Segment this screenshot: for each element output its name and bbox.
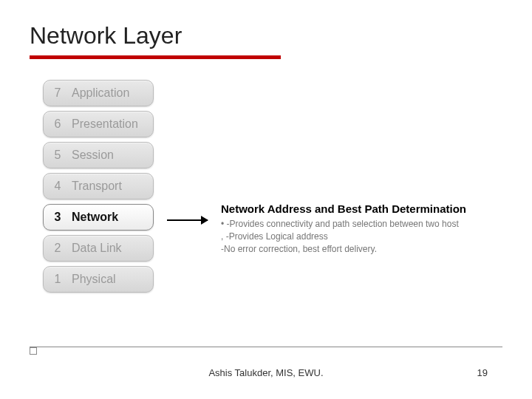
layer-number: 6 [51,117,64,131]
layer-label: Presentation [72,117,138,131]
title-underline [30,55,281,59]
layer-6-presentation: 6 Presentation [43,111,154,137]
layer-7-application: 7 Application [43,80,154,106]
layer-4-transport: 4 Transport [43,173,154,200]
layer-number: 3 [51,211,64,224]
osi-layers-stack: 7 Application 6 Presentation 5 Session 4… [43,80,154,293]
layer-label: Physical [72,273,116,286]
layer-label: Application [72,86,129,100]
layer-number: 7 [51,86,64,100]
layer-label: Network [72,211,118,224]
layer-label: Session [72,149,114,162]
arrow-right-icon [167,219,208,221]
footer-square-icon [30,347,37,355]
layer-5-session: 5 Session [43,142,154,168]
detail-line-1: • -Provides connectivity and path select… [221,218,466,231]
layer-label: Data Link [72,242,122,255]
detail-line-2: , -Provides Logical address [221,231,466,243]
layer-label: Transport [72,180,122,193]
detail-heading: Network Address and Best Path Determinat… [221,202,466,215]
layer-3-network: 3 Network [43,204,154,231]
arrow-column [167,207,208,233]
detail-line-3: -No error correction, best effort delive… [221,243,466,256]
layer-number: 4 [51,180,64,193]
layer-2-datalink: 2 Data Link [43,235,154,262]
layer-number: 2 [51,242,64,255]
layer-detail: Network Address and Best Path Determinat… [221,202,466,255]
layer-1-physical: 1 Physical [43,266,154,293]
content-area: 7 Application 6 Presentation 5 Session 4… [30,80,502,293]
layer-number: 5 [51,149,64,162]
layer-number: 1 [51,273,64,286]
footer-author: Ashis Talukder, MIS, EWU. [208,367,323,378]
footer-page-number: 19 [477,367,488,378]
footer-divider [30,347,502,347]
slide-footer: Ashis Talukder, MIS, EWU. 19 [0,367,532,378]
slide-title: Network Layer [30,22,502,50]
